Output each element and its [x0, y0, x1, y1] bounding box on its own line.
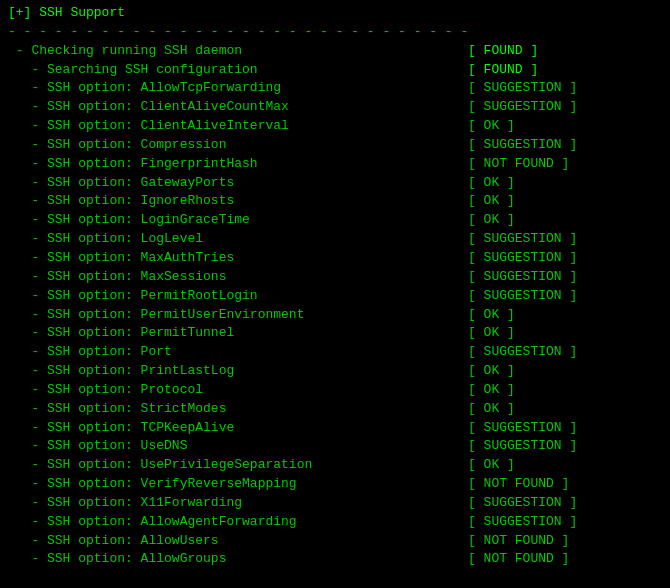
line: - SSH option: UsePrivilegeSeparation[ OK… — [8, 456, 662, 475]
line: - SSH option: StrictModes[ OK ] — [8, 400, 662, 419]
item-label: - SSH option: Port — [8, 343, 468, 362]
item-label: - SSH option: UseDNS — [8, 437, 468, 456]
divider: - - - - - - - - - - - - - - - - - - - - … — [8, 24, 468, 39]
line: - SSH option: MaxSessions[ SUGGESTION ] — [8, 268, 662, 287]
line: - SSH option: ClientAliveCountMax[ SUGGE… — [8, 98, 662, 117]
item-status: [ NOT FOUND ] — [468, 551, 569, 566]
item-status: [ SUGGESTION ] — [468, 288, 577, 303]
item-label: - SSH option: GatewayPorts — [8, 174, 468, 193]
item-status: [ OK ] — [468, 363, 515, 378]
line: - SSH option: ClientAliveInterval[ OK ] — [8, 117, 662, 136]
item-status: [ SUGGESTION ] — [468, 495, 577, 510]
line: - SSH option: Port[ SUGGESTION ] — [8, 343, 662, 362]
section-header: [+] SSH Support — [8, 5, 125, 20]
item-status: [ SUGGESTION ] — [468, 250, 577, 265]
item-label: - SSH option: LoginGraceTime — [8, 211, 468, 230]
item-status: [ SUGGESTION ] — [468, 438, 577, 453]
line: - SSH option: AllowAgentForwarding[ SUGG… — [8, 513, 662, 532]
item-label: - SSH option: Protocol — [8, 381, 468, 400]
line: - SSH option: AllowTcpForwarding[ SUGGES… — [8, 79, 662, 98]
line: - SSH option: PrintLastLog[ OK ] — [8, 362, 662, 381]
item-label: - SSH option: AllowTcpForwarding — [8, 79, 468, 98]
line: - SSH option: IgnoreRhosts[ OK ] — [8, 192, 662, 211]
item-status: [ OK ] — [468, 382, 515, 397]
item-label: - SSH option: MaxSessions — [8, 268, 468, 287]
item-label: - SSH option: X11Forwarding — [8, 494, 468, 513]
item-status: [ SUGGESTION ] — [468, 344, 577, 359]
item-label: - SSH option: VerifyReverseMapping — [8, 475, 468, 494]
item-label: - Searching SSH configuration — [8, 61, 468, 80]
item-label: - SSH option: TCPKeepAlive — [8, 419, 468, 438]
item-label: - SSH option: AllowAgentForwarding — [8, 513, 468, 532]
line: - SSH option: FingerprintHash[ NOT FOUND… — [8, 155, 662, 174]
line: - SSH option: AllowGroups[ NOT FOUND ] — [8, 550, 662, 569]
line: - SSH option: LogLevel[ SUGGESTION ] — [8, 230, 662, 249]
item-label: - SSH option: ClientAliveInterval — [8, 117, 468, 136]
terminal-container: [+] SSH Support- - - - - - - - - - - - -… — [8, 4, 662, 588]
item-status: [ SUGGESTION ] — [468, 420, 577, 435]
item-label: - SSH option: IgnoreRhosts — [8, 192, 468, 211]
item-label: - SSH option: PermitUserEnvironment — [8, 306, 468, 325]
item-label: - SSH option: PermitTunnel — [8, 324, 468, 343]
item-status: [ SUGGESTION ] — [468, 99, 577, 114]
item-label: - SSH option: ClientAliveCountMax — [8, 98, 468, 117]
item-status: [ SUGGESTION ] — [468, 80, 577, 95]
item-status: [ SUGGESTION ] — [468, 231, 577, 246]
line: - SSH option: VerifyReverseMapping[ NOT … — [8, 475, 662, 494]
item-label: - SSH option: LogLevel — [8, 230, 468, 249]
item-status: [ OK ] — [468, 212, 515, 227]
line: - Searching SSH configuration[ FOUND ] — [8, 61, 662, 80]
line: - - - - - - - - - - - - - - - - - - - - … — [8, 23, 662, 42]
line — [8, 569, 662, 588]
line: - SSH option: PermitUserEnvironment[ OK … — [8, 306, 662, 325]
item-status: [ SUGGESTION ] — [468, 137, 577, 152]
line: - SSH option: PermitRootLogin[ SUGGESTIO… — [8, 287, 662, 306]
line: [+] SSH Support — [8, 4, 662, 23]
item-label: - SSH option: AllowGroups — [8, 550, 468, 569]
item-label: - SSH option: PermitRootLogin — [8, 287, 468, 306]
item-status: [ OK ] — [468, 325, 515, 340]
item-label: - SSH option: StrictModes — [8, 400, 468, 419]
item-label: - SSH option: UsePrivilegeSeparation — [8, 456, 468, 475]
line: - Checking running SSH daemon[ FOUND ] — [8, 42, 662, 61]
item-status: [ OK ] — [468, 118, 515, 133]
line: - SSH option: X11Forwarding[ SUGGESTION … — [8, 494, 662, 513]
item-label: - Checking running SSH daemon — [8, 42, 468, 61]
item-label: - SSH option: Compression — [8, 136, 468, 155]
item-status: [ FOUND ] — [468, 62, 538, 77]
line: - SSH option: TCPKeepAlive[ SUGGESTION ] — [8, 419, 662, 438]
item-status: [ FOUND ] — [468, 43, 538, 58]
item-status: [ OK ] — [468, 457, 515, 472]
item-status: [ OK ] — [468, 175, 515, 190]
line: - SSH option: AllowUsers[ NOT FOUND ] — [8, 532, 662, 551]
item-label: - SSH option: PrintLastLog — [8, 362, 468, 381]
line: - SSH option: Compression[ SUGGESTION ] — [8, 136, 662, 155]
item-status: [ NOT FOUND ] — [468, 533, 569, 548]
line: - SSH option: PermitTunnel[ OK ] — [8, 324, 662, 343]
line: - SSH option: GatewayPorts[ OK ] — [8, 174, 662, 193]
line: - SSH option: UseDNS[ SUGGESTION ] — [8, 437, 662, 456]
item-status: [ SUGGESTION ] — [468, 269, 577, 284]
item-status: [ OK ] — [468, 193, 515, 208]
item-status: [ OK ] — [468, 307, 515, 322]
line: - SSH option: MaxAuthTries[ SUGGESTION ] — [8, 249, 662, 268]
line: - SSH option: Protocol[ OK ] — [8, 381, 662, 400]
item-status: [ NOT FOUND ] — [468, 476, 569, 491]
item-status: [ NOT FOUND ] — [468, 156, 569, 171]
item-label: - SSH option: AllowUsers — [8, 532, 468, 551]
item-status: [ SUGGESTION ] — [468, 514, 577, 529]
line: - SSH option: LoginGraceTime[ OK ] — [8, 211, 662, 230]
item-label: - SSH option: MaxAuthTries — [8, 249, 468, 268]
item-label: - SSH option: FingerprintHash — [8, 155, 468, 174]
item-status: [ OK ] — [468, 401, 515, 416]
